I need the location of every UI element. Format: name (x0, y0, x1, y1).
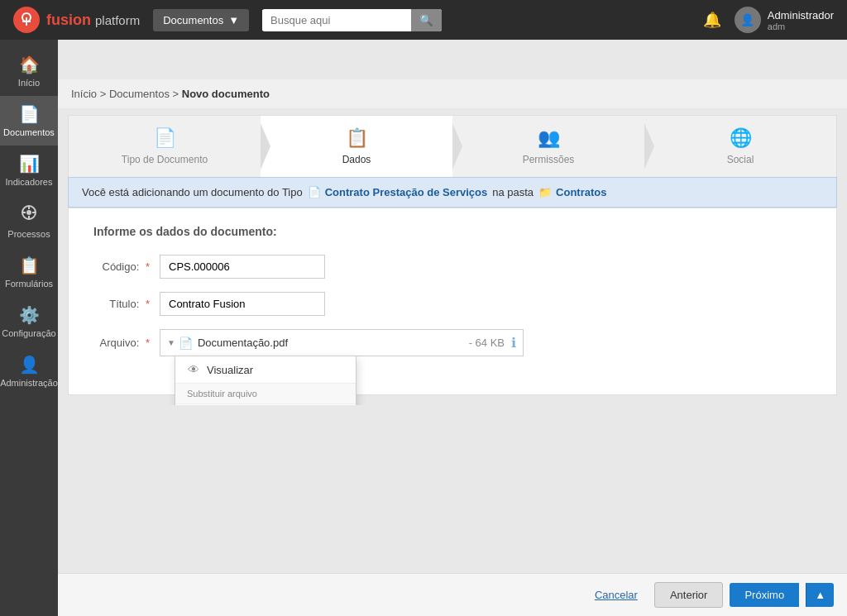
process-icon (20, 203, 38, 226)
form-row-codigo: Código: * (93, 255, 811, 279)
file-toggle-button[interactable]: ▼ (167, 338, 175, 347)
main-content: Início > Documentos > Novo documento 📄 T… (58, 40, 847, 405)
step-dados[interactable]: 📋 Dados (261, 116, 452, 177)
label-titulo: Título: * (93, 298, 160, 310)
info-prefix: Você está adicionando um documento do Ti… (82, 186, 303, 198)
menu-visualizar[interactable]: 👁 Visualizar (175, 356, 356, 383)
file-size: - 64 KB (469, 337, 505, 349)
sidebar-label-administracao: Administração (0, 378, 58, 388)
file-display: ▼ 📄 Documentação.pdf - 64 KB ℹ (160, 329, 524, 356)
step-permissoes-icon: 👥 (538, 127, 560, 149)
folder-badge: 📁 Contratos (538, 186, 606, 198)
step-tipo-label: Tipo de Documento (122, 154, 208, 165)
folder-icon: 📁 (538, 186, 552, 198)
documents-dropdown[interactable]: Documentos ▼ (153, 9, 249, 31)
sidebar-item-formularios[interactable]: 📋 Formulários (0, 247, 58, 297)
label-arquivo: Arquivo: * (93, 337, 160, 349)
sidebar-label-indicadores: Indicadores (6, 177, 53, 187)
step-dados-label: Dados (342, 154, 371, 165)
breadcrumb-documentos[interactable]: Documentos (109, 88, 170, 100)
search-input[interactable] (262, 10, 411, 31)
sidebar-item-processos[interactable]: Processos (0, 195, 58, 247)
step-tipo[interactable]: 📄 Tipo de Documento (69, 116, 261, 177)
breadcrumb: Início > Documentos > Novo documento (58, 79, 847, 108)
file-container: ▼ 📄 Documentação.pdf - 64 KB ℹ 👁 Visuali… (160, 329, 524, 356)
info-banner: Você está adicionando um documento do Ti… (68, 177, 837, 208)
sidebar-item-inicio[interactable]: 🏠 Início (0, 46, 58, 96)
document-icon: 📄 (19, 104, 40, 124)
input-titulo[interactable] (160, 292, 325, 316)
sidebar-label-configuracao: Configuração (2, 328, 55, 338)
avatar: 👤 (735, 7, 761, 33)
menu-procurar[interactable]: 🔍 Procurar... (175, 404, 356, 405)
form-title: Informe os dados do documento: (93, 225, 811, 238)
eye-icon: 👁 (187, 363, 200, 376)
chart-icon: 📊 (19, 154, 40, 174)
user-info: 👤 Administrador adm (735, 7, 834, 33)
sidebar: 🏠 Início 📄 Documentos 📊 Indicadores Proc… (0, 40, 58, 405)
file-type-icon: 📄 (179, 337, 193, 350)
step-permissoes[interactable]: 👥 Permissões (452, 116, 644, 177)
step-tipo-icon: 📄 (154, 127, 176, 149)
wizard-steps: 📄 Tipo de Documento 📋 Dados 👥 Permissões… (68, 115, 837, 177)
form-row-titulo: Título: * (93, 292, 811, 316)
nav-right: 🔔 👤 Administrador adm (703, 7, 834, 33)
notification-icon[interactable]: 🔔 (703, 11, 721, 29)
form-icon: 📋 (19, 255, 40, 275)
menu-separator: Substituir arquivo (175, 383, 356, 404)
nav-left: fusion platform Documentos ▼ 🔍 (13, 7, 442, 33)
step-social[interactable]: 🌐 Social (644, 116, 836, 177)
user-role: adm (768, 21, 834, 31)
top-nav: fusion platform Documentos ▼ 🔍 🔔 👤 Admin… (0, 0, 847, 40)
user-name: Administrador (768, 9, 834, 21)
form-row-arquivo: Arquivo: * ▼ 📄 Documentação.pdf - 64 KB … (93, 329, 811, 356)
step-social-icon: 🌐 (730, 127, 752, 149)
sidebar-label-processos: Processos (7, 229, 50, 239)
input-codigo[interactable] (160, 255, 325, 279)
step-permissoes-label: Permissões (523, 154, 575, 165)
required-star-arquivo: * (146, 337, 150, 349)
file-info-button[interactable]: ℹ (511, 335, 516, 351)
doc-type-badge: 📄 Contrato Prestação de Serviços (308, 186, 488, 198)
svg-point-4 (26, 210, 31, 215)
file-dropdown-menu: 👁 Visualizar Substituir arquivo 🔍 Procur… (175, 356, 357, 405)
search-bar: 🔍 (262, 9, 442, 31)
label-codigo: Código: * (93, 260, 160, 273)
sidebar-label-documentos: Documentos (3, 127, 55, 137)
step-dados-icon: 📋 (346, 127, 368, 149)
page-body: 📄 Tipo de Documento 📋 Dados 👥 Permissões… (58, 115, 847, 405)
required-star-codigo: * (146, 260, 150, 273)
sidebar-label-inicio: Início (18, 78, 40, 88)
admin-icon: 👤 (19, 355, 40, 375)
brand-text: fusion platform (46, 12, 140, 29)
form-section: Informe os dados do documento: Código: *… (68, 208, 837, 395)
search-button[interactable]: 🔍 (411, 9, 442, 31)
sidebar-item-documentos[interactable]: 📄 Documentos (0, 96, 58, 146)
breadcrumb-inicio[interactable]: Início (71, 88, 97, 100)
doc-type-name: Contrato Prestação de Serviços (325, 186, 488, 198)
sidebar-item-configuracao[interactable]: ⚙️ Configuração (0, 297, 58, 346)
sidebar-item-administracao[interactable]: 👤 Administração (0, 346, 58, 396)
info-mid: na pasta (492, 186, 534, 198)
folder-name: Contratos (556, 186, 606, 198)
step-social-label: Social (727, 154, 754, 165)
doc-type-icon: 📄 (308, 186, 321, 198)
home-icon: 🏠 (19, 55, 40, 74)
brand-logo: fusion platform (13, 7, 140, 33)
sidebar-label-formularios: Formulários (5, 279, 53, 289)
required-star-titulo: * (146, 298, 150, 310)
sidebar-item-indicadores[interactable]: 📊 Indicadores (0, 146, 58, 195)
breadcrumb-current: Novo documento (182, 88, 270, 100)
brand-icon (13, 7, 40, 33)
menu-visualizar-label: Visualizar (207, 364, 253, 376)
gear-icon: ⚙️ (19, 305, 40, 325)
file-name: Documentação.pdf (198, 337, 466, 349)
